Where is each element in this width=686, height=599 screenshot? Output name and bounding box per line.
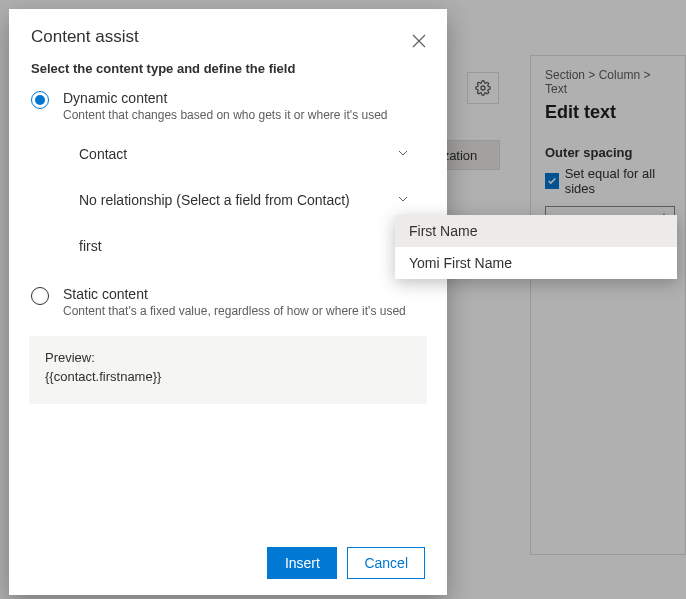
close-icon[interactable] <box>407 29 431 53</box>
radio-dynamic[interactable]: Dynamic content Content that changes bas… <box>31 90 425 122</box>
preview-box: Preview: {{contact.firstname}} <box>29 336 427 404</box>
content-assist-dialog: Content assist Select the content type a… <box>9 9 447 595</box>
dialog-title: Content assist <box>31 27 425 47</box>
relationship-select[interactable]: No relationship (Select a field from Con… <box>79 186 409 214</box>
chevron-down-icon <box>397 146 409 162</box>
radio-dynamic-desc: Content that changes based on who gets i… <box>63 108 388 122</box>
dialog-instruction: Select the content type and define the f… <box>31 61 425 76</box>
entity-select-value: Contact <box>79 146 127 162</box>
cancel-button[interactable]: Cancel <box>347 547 425 579</box>
autocomplete-item[interactable]: First Name <box>395 215 677 247</box>
preview-label: Preview: <box>45 350 411 365</box>
radio-dynamic-title: Dynamic content <box>63 90 388 106</box>
radio-dynamic-input[interactable] <box>31 91 49 109</box>
field-search-input[interactable]: first <box>79 232 409 260</box>
relationship-select-value: No relationship (Select a field from Con… <box>79 192 350 208</box>
chevron-down-icon <box>397 192 409 208</box>
insert-button[interactable]: Insert <box>267 547 337 579</box>
preview-value: {{contact.firstname}} <box>45 369 411 384</box>
radio-static-desc: Content that's a fixed value, regardless… <box>63 304 406 318</box>
autocomplete-popup: First Name Yomi First Name <box>395 215 677 279</box>
radio-static-title: Static content <box>63 286 406 302</box>
radio-static-input[interactable] <box>31 287 49 305</box>
radio-static[interactable]: Static content Content that's a fixed va… <box>31 286 425 318</box>
field-search-value: first <box>79 238 102 254</box>
autocomplete-item[interactable]: Yomi First Name <box>395 247 677 279</box>
entity-select[interactable]: Contact <box>79 140 409 168</box>
